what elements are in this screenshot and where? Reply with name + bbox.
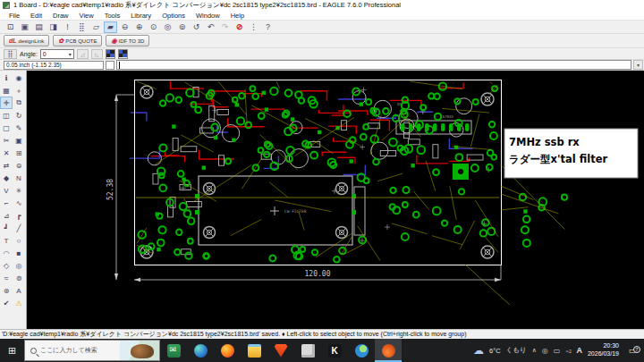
mitre-button[interactable]: ◿ — [77, 49, 89, 59]
mirror-tool-icon[interactable]: ◫ — [0, 109, 13, 122]
polygon-tool-icon[interactable]: ◇ — [0, 259, 13, 272]
stop-icon[interactable]: ⊘ — [233, 21, 246, 33]
menu-item-options[interactable]: Options — [157, 12, 191, 20]
split-tool-icon[interactable]: ∿ — [13, 197, 25, 209]
drc-tool-icon[interactable]: ✔ — [0, 297, 13, 309]
route-tool-icon[interactable]: ┏ — [13, 209, 25, 222]
save-icon[interactable]: ▣ — [18, 21, 31, 33]
script-icon[interactable]: ! — [61, 21, 74, 33]
ime-indicator[interactable]: A — [576, 346, 582, 355]
command-input[interactable] — [116, 60, 631, 70]
menu-item-library[interactable]: Library — [125, 12, 157, 20]
help-icon[interactable]: ? — [261, 21, 275, 33]
menu-item-file[interactable]: File — [4, 12, 25, 20]
idf-to-3d-button[interactable]: ◉ IDF TO 3D — [106, 35, 149, 46]
miter-tool-icon[interactable]: ⌐ — [0, 197, 13, 209]
weather-cloud-icon[interactable]: ☁ — [473, 344, 484, 357]
volume-icon[interactable]: ◅ — [565, 347, 571, 355]
name-tool-icon[interactable]: N — [13, 172, 25, 184]
optimize-tool-icon[interactable]: ⊿ — [0, 209, 13, 222]
menu-item-window[interactable]: Window — [191, 12, 225, 20]
zoom-redraw-icon[interactable]: ⊚ — [175, 21, 189, 33]
circle-tool-icon[interactable]: ○ — [13, 234, 25, 247]
info-tool-icon[interactable]: ℹ — [0, 72, 13, 84]
replace-tool-icon[interactable]: ⊜ — [13, 159, 25, 172]
grid-dots-icon[interactable]: ⣿ — [75, 21, 89, 33]
copy-tool-icon[interactable]: ⧉ — [13, 97, 25, 109]
notification-center-icon[interactable]: ▭ 7 — [624, 346, 640, 355]
zoom-out-icon[interactable]: ⊖ — [118, 21, 131, 33]
display-tray-icon[interactable]: ▭ — [554, 347, 561, 355]
mark-tool-icon[interactable]: ＋ — [13, 84, 25, 97]
ripup-tool-icon[interactable]: ┛ — [0, 222, 13, 234]
explorer-app-icon[interactable] — [241, 339, 267, 362]
move-tool-icon[interactable]: ✛ — [0, 97, 13, 109]
command-history-dropdown[interactable]: ▾ — [633, 60, 643, 70]
redo-icon[interactable]: ↷ — [218, 21, 232, 33]
notes-app-icon[interactable] — [294, 339, 321, 362]
show-tool-icon[interactable]: ◉ — [13, 72, 25, 84]
smash-tool-icon[interactable]: ✳ — [13, 184, 25, 197]
undo-icon[interactable]: ↶ — [204, 21, 217, 33]
rotate-tool-icon[interactable]: ↻ — [13, 109, 25, 122]
zoom-in-icon[interactable]: ⊕ — [132, 21, 146, 33]
delete-tool-icon[interactable]: ✕ — [0, 147, 13, 159]
print-icon[interactable]: ▤ — [32, 21, 46, 33]
add-tool-icon[interactable]: ⊞ — [13, 147, 25, 159]
k-app-icon[interactable]: K — [321, 339, 348, 362]
layer-bottom-swatch-icon[interactable] — [118, 49, 128, 59]
group-tool-icon[interactable]: ▢ — [0, 122, 13, 134]
globe-app-icon[interactable] — [348, 339, 375, 362]
pinswap-tool-icon[interactable]: ⇄ — [0, 159, 13, 172]
ratsnest-tool-icon[interactable]: ⊛ — [0, 284, 13, 297]
taskbar-search-input[interactable]: ここに入力して検索 — [24, 340, 160, 361]
menu-item-help[interactable]: Help — [225, 12, 250, 20]
weather-temp[interactable]: 6°C — [489, 347, 501, 355]
eagle-app-icon[interactable] — [375, 339, 402, 362]
zoom-select-icon[interactable]: ◎ — [161, 21, 174, 33]
display-tool-icon[interactable]: ▦ — [0, 84, 13, 97]
via-tool-icon[interactable]: ◎ — [13, 259, 25, 272]
change-tool-icon[interactable]: ✎ — [13, 122, 25, 134]
hole-tool-icon[interactable]: ⊚ — [13, 272, 25, 284]
edge-app-icon[interactable] — [187, 339, 214, 362]
mail-app-icon[interactable] — [160, 339, 187, 362]
menu-item-edit[interactable]: Edit — [25, 12, 47, 20]
grid-settings-button[interactable]: ⣿ — [4, 49, 17, 59]
text-tool-icon[interactable]: T — [0, 234, 13, 247]
sheet-active-icon[interactable]: ▰ — [104, 21, 117, 33]
rect-tool-icon[interactable]: ■ — [13, 247, 25, 259]
mitre-alt-button[interactable]: ◺ — [91, 49, 103, 59]
errors-tool-icon[interactable]: ⚠ — [13, 297, 25, 309]
sheet-icon[interactable]: ▱ — [89, 21, 103, 33]
design-link-button[interactable]: dL designLink — [4, 35, 49, 46]
menu-item-tools[interactable]: Tools — [99, 12, 126, 20]
tray-app-icon[interactable]: ◎ — [542, 347, 548, 355]
angle-select[interactable]: 0 ▾ — [40, 49, 74, 59]
value-tool-icon[interactable]: V — [0, 184, 13, 197]
arc-tool-icon[interactable]: ◠ — [0, 247, 13, 259]
cut-tool-icon[interactable]: ✂ — [0, 134, 13, 147]
zoom-fit-icon[interactable]: ⊙ — [147, 21, 160, 33]
menu-item-view[interactable]: View — [74, 12, 99, 20]
coordinate-mode-box[interactable] — [106, 61, 114, 70]
taskbar-clock[interactable]: 20:30 2026/03/19 — [588, 342, 619, 358]
menu-item-draw[interactable]: Draw — [47, 12, 74, 20]
signal-tool-icon[interactable]: ≈ — [0, 272, 13, 284]
paste-tool-icon[interactable]: ▣ — [13, 134, 25, 147]
wire-tool-icon[interactable]: ╱ — [13, 222, 25, 234]
lock-tool-icon[interactable]: ◆ — [0, 172, 13, 184]
layer-top-swatch-icon[interactable] — [106, 49, 115, 59]
start-button[interactable]: ⊞ — [0, 339, 24, 362]
image-export-icon[interactable]: ◨ — [47, 21, 60, 33]
weather-condition[interactable]: くもり — [506, 346, 527, 355]
auto-tool-icon[interactable]: A — [13, 284, 25, 297]
open-icon[interactable]: ⊡ — [4, 21, 17, 33]
hidden-icons-chevron-icon[interactable]: ∧ — [532, 347, 537, 354]
zoom-last-icon[interactable]: ↺ — [190, 21, 203, 33]
brave-app-icon[interactable] — [267, 339, 294, 362]
firefox-app-icon[interactable] — [214, 339, 241, 362]
run-icon[interactable]: ⋮ — [247, 21, 260, 33]
pcb-quote-button[interactable]: ✿ PCB QUOTE — [53, 35, 102, 46]
board-canvas[interactable]: CW-FILTERTA7045OSC120.0052.387MHz ssb rx… — [27, 71, 644, 329]
